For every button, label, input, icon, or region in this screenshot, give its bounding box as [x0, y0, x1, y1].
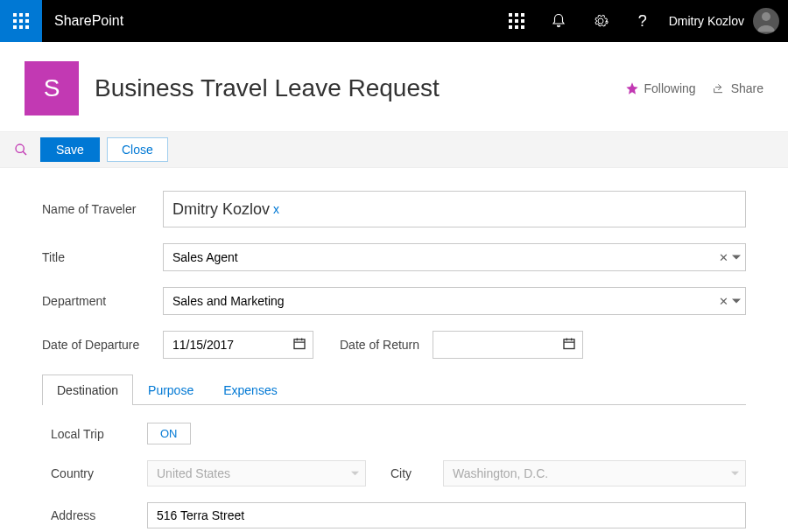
return-date-input[interactable]: [433, 331, 583, 359]
search-button[interactable]: [9, 137, 33, 162]
city-select[interactable]: [443, 460, 746, 486]
chevron-down-icon: [732, 253, 741, 262]
command-bar: Save Close: [0, 131, 788, 168]
label-title: Title: [42, 250, 163, 264]
tab-strip: Destination Purpose Expenses: [42, 374, 746, 405]
tab-destination[interactable]: Destination: [42, 374, 133, 405]
label-return: Date of Return: [313, 338, 433, 352]
search-icon: [14, 143, 28, 157]
svg-rect-16: [515, 25, 518, 29]
department-clear[interactable]: ✕: [717, 293, 730, 310]
chevron-down-icon: [732, 297, 741, 305]
save-button[interactable]: Save: [40, 137, 100, 162]
depart-date-picker[interactable]: [292, 337, 306, 354]
traveler-remove[interactable]: x: [273, 202, 279, 216]
title-clear[interactable]: ✕: [717, 249, 730, 266]
svg-rect-17: [521, 25, 524, 29]
svg-rect-10: [515, 13, 518, 17]
row-department: Department ✕: [42, 287, 746, 315]
row-country-city: Country City: [42, 460, 746, 486]
svg-rect-3: [13, 19, 17, 23]
svg-rect-20: [294, 340, 305, 349]
country-dropdown[interactable]: [351, 466, 359, 480]
chevron-down-icon: [351, 470, 359, 478]
site-tile[interactable]: S: [25, 61, 79, 116]
brand-label: SharePoint: [42, 13, 496, 29]
row-title: Title ✕: [42, 243, 746, 271]
svg-rect-1: [19, 13, 23, 17]
svg-rect-0: [13, 13, 17, 17]
country-select[interactable]: [147, 460, 366, 486]
avatar: [753, 8, 779, 34]
row-address: Address: [42, 502, 746, 528]
page-title: Business Travel Leave Request: [95, 74, 440, 102]
label-department: Department: [42, 294, 163, 308]
label-local-trip: Local Trip: [51, 427, 147, 441]
svg-rect-5: [25, 19, 29, 23]
department-combobox[interactable]: [163, 287, 746, 315]
help-button[interactable]: ?: [622, 0, 664, 42]
label-depart: Date of Departure: [42, 338, 163, 352]
label-city: City: [390, 466, 443, 480]
tab-purpose[interactable]: Purpose: [133, 374, 208, 405]
title-dropdown[interactable]: [732, 250, 741, 264]
row-local-trip: Local Trip ON: [42, 423, 746, 444]
row-traveler: Name of Traveler Dmitry Kozlov x: [42, 191, 746, 228]
row-dates: Date of Departure Date of Return: [42, 331, 746, 359]
return-date-picker[interactable]: [562, 337, 576, 354]
close-button[interactable]: Close: [107, 137, 168, 162]
local-trip-toggle[interactable]: ON: [147, 423, 191, 444]
svg-rect-12: [509, 19, 512, 23]
title-combobox[interactable]: [163, 243, 746, 271]
traveler-people-picker[interactable]: Dmitry Kozlov x: [163, 191, 746, 228]
apps-button[interactable]: [496, 0, 538, 42]
header-actions: Following Share: [625, 81, 764, 95]
app-launcher-button[interactable]: [0, 0, 42, 42]
grid-icon: [509, 13, 524, 29]
share-icon: [712, 81, 726, 95]
svg-rect-6: [13, 25, 17, 29]
label-country: Country: [51, 466, 147, 480]
chevron-down-icon: [731, 470, 739, 478]
user-menu[interactable]: Dmitry Kozlov: [664, 8, 788, 34]
traveler-token: Dmitry Kozlov: [172, 200, 270, 219]
svg-rect-11: [521, 13, 524, 17]
panel-destination: Local Trip ON Country City Address: [42, 423, 746, 528]
svg-rect-24: [564, 340, 574, 349]
svg-point-18: [16, 144, 24, 152]
page-header: S Business Travel Leave Request Followin…: [0, 42, 788, 131]
address-input[interactable]: [147, 502, 746, 528]
label-traveler: Name of Traveler: [42, 202, 163, 216]
svg-rect-2: [25, 13, 29, 17]
svg-line-19: [23, 151, 26, 155]
bell-icon: [551, 13, 566, 29]
notifications-button[interactable]: [538, 0, 580, 42]
calendar-icon: [292, 337, 306, 351]
follow-label: Following: [644, 81, 696, 95]
share-label: Share: [731, 81, 763, 95]
tab-expenses[interactable]: Expenses: [208, 374, 292, 405]
svg-rect-14: [521, 19, 524, 23]
svg-rect-13: [515, 19, 518, 23]
settings-button[interactable]: [580, 0, 622, 42]
top-icon-group: ? Dmitry Kozlov: [496, 0, 788, 42]
svg-rect-9: [509, 13, 512, 17]
form: Name of Traveler Dmitry Kozlov x Title ✕…: [0, 168, 788, 532]
svg-rect-8: [25, 25, 29, 29]
calendar-icon: [562, 337, 576, 351]
global-nav: SharePoint ? Dmitry Kozlov: [0, 0, 788, 42]
label-address: Address: [51, 508, 147, 522]
user-name: Dmitry Kozlov: [669, 14, 744, 28]
svg-rect-7: [19, 25, 23, 29]
depart-date-input[interactable]: [163, 331, 313, 359]
star-icon: [625, 81, 639, 95]
svg-rect-15: [509, 25, 512, 29]
department-dropdown[interactable]: [732, 294, 741, 308]
waffle-icon: [13, 13, 29, 29]
gear-icon: [593, 13, 609, 29]
svg-rect-4: [19, 19, 23, 23]
city-dropdown[interactable]: [731, 466, 739, 480]
follow-button[interactable]: Following: [625, 81, 696, 95]
share-button[interactable]: Share: [712, 81, 763, 95]
